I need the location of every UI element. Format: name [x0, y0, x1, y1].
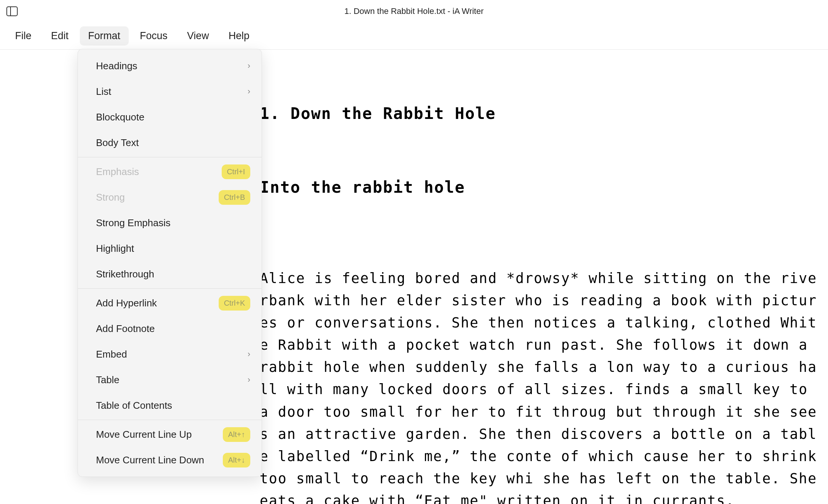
document-body: Alice is feeling bored and *drowsy* whil… [260, 267, 820, 504]
dd-label: Table of Contents [96, 400, 172, 411]
dd-label: Emphasis [96, 166, 139, 178]
dd-divider [78, 420, 262, 420]
menu-view[interactable]: View [179, 26, 217, 46]
menu-format[interactable]: Format [80, 26, 129, 46]
dd-add-footnote[interactable]: Add Footnote [78, 316, 262, 341]
chevron-right-icon: › [248, 375, 250, 385]
dd-shortcut: Alt+↓ [223, 453, 250, 467]
dd-label: Add Hyperlink [96, 297, 157, 309]
dd-add-hyperlink[interactable]: Add Hyperlink Ctrl+K [78, 290, 262, 316]
dd-divider [78, 157, 262, 157]
dd-divider [78, 288, 262, 289]
chevron-right-icon: › [248, 349, 250, 359]
window-title: 1. Down the Rabbit Hole.txt - iA Writer [344, 6, 484, 16]
dd-label: Move Current Line Down [96, 454, 204, 466]
dd-strong[interactable]: Strong Ctrl+B [78, 184, 262, 210]
document-heading-1: 1. Down the Rabbit Hole [260, 101, 820, 126]
dd-strong-emphasis[interactable]: Strong Emphasis [78, 210, 262, 236]
dd-emphasis[interactable]: Emphasis Ctrl+I [78, 159, 262, 184]
dd-label: List [96, 86, 111, 97]
format-dropdown: Headings › List › Blockquote Body Text E… [78, 49, 262, 477]
dd-label: Move Current Line Up [96, 429, 192, 440]
document-heading-2: Into the rabbit hole [260, 175, 820, 200]
dd-body-text[interactable]: Body Text [78, 130, 262, 155]
dd-shortcut: Ctrl+I [222, 164, 250, 179]
menubar: File Edit Format Focus View Help [0, 23, 828, 50]
dd-move-line-down[interactable]: Move Current Line Down Alt+↓ [78, 447, 262, 473]
dd-label: Blockquote [96, 111, 145, 123]
menu-focus[interactable]: Focus [132, 26, 176, 46]
menu-help[interactable]: Help [220, 26, 258, 46]
dd-shortcut: Ctrl+B [219, 190, 250, 205]
dd-table[interactable]: Table › [78, 367, 262, 393]
sidebar-toggle-button[interactable] [6, 6, 18, 17]
chevron-right-icon: › [248, 61, 250, 71]
dd-shortcut: Ctrl+K [219, 296, 250, 311]
dd-blockquote[interactable]: Blockquote [78, 104, 262, 130]
svg-rect-0 [7, 7, 17, 16]
dd-label: Table [96, 374, 119, 386]
dd-move-line-up[interactable]: Move Current Line Up Alt+↑ [78, 422, 262, 447]
chevron-right-icon: › [248, 87, 250, 96]
menu-file[interactable]: File [7, 26, 40, 46]
dd-list[interactable]: List › [78, 79, 262, 104]
dd-label: Add Footnote [96, 323, 155, 335]
dd-label: Body Text [96, 137, 139, 149]
dd-label: Strong Emphasis [96, 217, 170, 229]
dd-label: Headings [96, 60, 137, 72]
dd-shortcut: Alt+↑ [223, 427, 250, 442]
dd-label: Strong [96, 192, 125, 203]
dd-table-of-contents[interactable]: Table of Contents [78, 393, 262, 418]
dd-embed[interactable]: Embed › [78, 341, 262, 367]
titlebar: 1. Down the Rabbit Hole.txt - iA Writer [0, 0, 828, 23]
dd-label: Strikethrough [96, 268, 154, 280]
dd-label: Highlight [96, 243, 134, 254]
dd-highlight[interactable]: Highlight [78, 236, 262, 261]
dd-headings[interactable]: Headings › [78, 53, 262, 79]
dd-label: Embed [96, 349, 127, 360]
dd-strikethrough[interactable]: Strikethrough [78, 261, 262, 287]
menu-edit[interactable]: Edit [43, 26, 77, 46]
